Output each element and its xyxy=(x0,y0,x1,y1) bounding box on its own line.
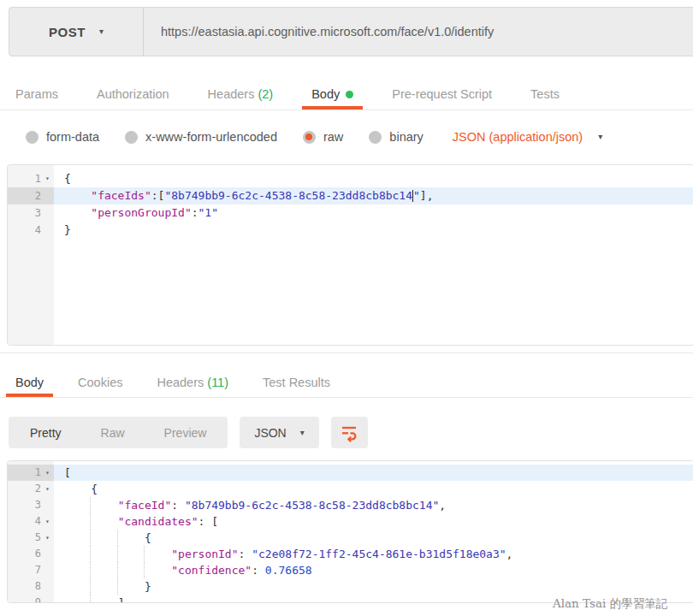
tab-params[interactable]: Params xyxy=(15,79,58,110)
tab-response-headers[interactable]: Headers (11) xyxy=(157,368,228,397)
chevron-down-icon: ▾ xyxy=(598,133,602,141)
response-headers-count-badge: (11) xyxy=(207,376,228,389)
code-text: "faceIds":["8b749bb9-6c2c-4538-8c58-23dd… xyxy=(54,187,693,204)
code-line: 1▾[ xyxy=(8,465,693,481)
radio-icon xyxy=(369,131,382,144)
view-raw-button[interactable]: Raw xyxy=(81,426,145,440)
code-text: { xyxy=(54,530,693,546)
line-number: 6 xyxy=(8,546,54,562)
tab-test-results[interactable]: Test Results xyxy=(263,368,330,397)
radio-label: binary xyxy=(389,130,424,144)
view-preview-button[interactable]: Preview xyxy=(145,426,227,440)
method-dropdown[interactable]: POST ▾ xyxy=(9,8,144,56)
code-text: { xyxy=(54,481,693,497)
view-pretty-button[interactable]: Pretty xyxy=(10,426,81,440)
code-line: 5▾ { xyxy=(8,530,693,546)
fold-arrow-icon[interactable]: ▾ xyxy=(41,513,54,530)
chevron-down-icon: ▾ xyxy=(300,429,305,437)
radio-label: raw xyxy=(323,130,343,144)
radio-binary[interactable]: binary xyxy=(369,130,424,144)
view-mode-segmented-control: Pretty Raw Preview xyxy=(9,417,228,448)
body-active-dot-icon xyxy=(346,91,353,98)
radio-label: x-www-form-urlencoded xyxy=(145,130,277,144)
line-number: 2▾ xyxy=(8,481,54,497)
radio-label: form-data xyxy=(46,130,99,144)
response-tabs: Body Cookies Headers (11) Test Results xyxy=(15,368,330,397)
tab-label: Headers xyxy=(157,376,204,389)
response-toolbar: Pretty Raw Preview JSON ▾ xyxy=(9,417,368,448)
content-type-dropdown[interactable]: JSON (application/json) ▾ xyxy=(453,130,602,144)
line-number: 1▾ xyxy=(8,170,54,187)
code-line: 7 "confidence": 0.76658 xyxy=(8,562,693,578)
code-text: { xyxy=(54,170,693,187)
code-text: "personId": "c2e08f72-1ff2-45c4-861e-b31… xyxy=(54,546,693,562)
radio-form-data[interactable]: form-data xyxy=(26,130,99,144)
code-text: [ xyxy=(54,465,693,481)
code-text: "candidates": [ xyxy=(54,513,693,530)
tab-headers[interactable]: Headers (2) xyxy=(208,79,274,110)
chevron-down-icon: ▾ xyxy=(99,27,104,36)
tab-label: Authorization xyxy=(97,87,169,101)
line-number: 3 xyxy=(8,497,54,513)
code-line: 4} xyxy=(8,222,693,239)
request-tabs: Params Authorization Headers (2) Body Pr… xyxy=(15,79,560,110)
format-label: JSON xyxy=(254,426,286,440)
code-line: 3 "faceId": "8b749bb9-6c2c-4538-8c58-23d… xyxy=(8,497,693,513)
request-body-editor[interactable]: 1▾{2 "faceIds":["8b749bb9-6c2c-4538-8c58… xyxy=(7,164,693,346)
line-number: 5▾ xyxy=(8,530,54,546)
line-number: 7 xyxy=(8,562,54,578)
line-number: 1▾ xyxy=(8,465,54,481)
radio-raw[interactable]: raw xyxy=(303,130,343,144)
code-line: 8 } xyxy=(8,578,693,595)
code-line: 2▾ { xyxy=(8,481,693,497)
tab-authorization[interactable]: Authorization xyxy=(97,79,169,110)
line-number: 3 xyxy=(8,204,54,222)
code-text: } xyxy=(54,222,693,239)
tab-pre-request-script[interactable]: Pre-request Script xyxy=(392,79,492,110)
line-number: 9 xyxy=(8,595,54,603)
tab-tests[interactable]: Tests xyxy=(530,79,560,110)
fold-arrow-icon[interactable]: ▾ xyxy=(41,170,54,187)
fold-arrow-icon[interactable]: ▾ xyxy=(41,530,54,546)
response-body-editor[interactable]: 1▾[2▾ {3 "faceId": "8b749bb9-6c2c-4538-8… xyxy=(7,460,693,603)
code-text: } xyxy=(54,578,693,595)
wrap-lines-icon xyxy=(340,424,358,442)
radio-icon xyxy=(125,131,138,144)
radio-selected-icon xyxy=(303,131,316,144)
fold-arrow-icon[interactable]: ▾ xyxy=(41,481,54,497)
line-number: 4▾ xyxy=(8,513,54,530)
code-text: "confidence": 0.76658 xyxy=(54,562,693,578)
code-line: 4▾ "candidates": [ xyxy=(8,513,693,530)
divider xyxy=(0,352,693,353)
code-text: "personGroupId":"1" xyxy=(54,204,693,222)
tab-body[interactable]: Body xyxy=(311,79,353,110)
divider xyxy=(0,110,693,110)
fold-arrow-icon[interactable]: ▾ xyxy=(41,465,54,481)
content-type-label: JSON (application/json) xyxy=(453,130,583,144)
wrap-lines-button[interactable] xyxy=(331,417,368,448)
url-input[interactable]: https://eastasia.api.cognitive.microsoft… xyxy=(144,25,494,38)
code-line: 3 "personGroupId":"1" xyxy=(8,204,693,222)
divider xyxy=(0,397,693,398)
tab-label: Cookies xyxy=(78,376,122,389)
tab-label: Tests xyxy=(530,87,560,101)
tab-label: Body xyxy=(311,87,340,101)
method-label: POST xyxy=(49,25,86,39)
tab-response-body[interactable]: Body xyxy=(15,368,44,397)
tab-label: Body xyxy=(15,376,44,389)
tab-label: Test Results xyxy=(263,376,330,389)
code-line: 1▾{ xyxy=(8,170,693,187)
line-number: 4 xyxy=(8,222,54,239)
body-type-selector: form-data x-www-form-urlencoded raw bina… xyxy=(26,121,602,152)
response-format-dropdown[interactable]: JSON ▾ xyxy=(240,417,318,448)
line-number: 8 xyxy=(8,578,54,595)
tab-label: Headers xyxy=(208,87,255,101)
radio-x-www-form-urlencoded[interactable]: x-www-form-urlencoded xyxy=(125,130,277,144)
tab-label: Pre-request Script xyxy=(392,87,492,101)
radio-icon xyxy=(26,131,38,144)
code-text: "faceId": "8b749bb9-6c2c-4538-8c58-23dd8… xyxy=(54,497,693,513)
tab-cookies[interactable]: Cookies xyxy=(78,368,122,397)
headers-count-badge: (2) xyxy=(258,87,273,101)
request-url-bar: POST ▾ https://eastasia.api.cognitive.mi… xyxy=(9,7,693,56)
watermark: Alan Tsai 的學習筆記 xyxy=(553,596,667,612)
